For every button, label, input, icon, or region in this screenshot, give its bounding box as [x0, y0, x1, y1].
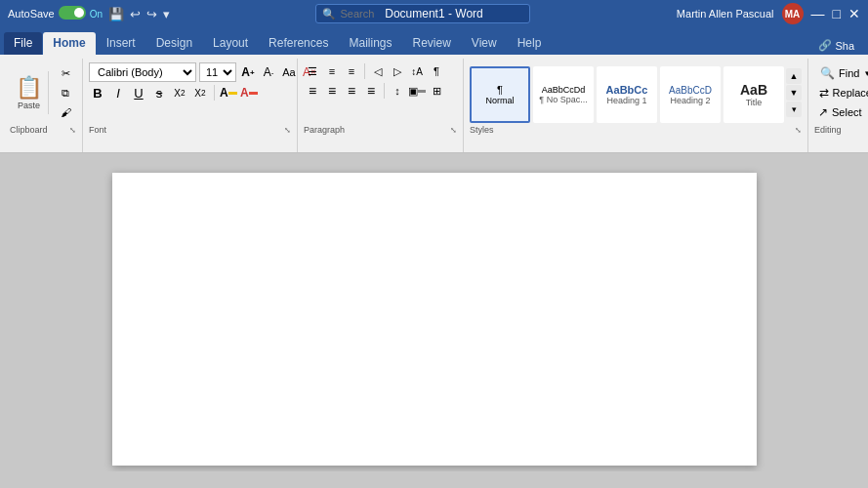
font-size-select[interactable]: 11 89101214 [199, 62, 236, 82]
shading-button[interactable]: ▣ [408, 82, 426, 100]
undo-icon[interactable]: ↩ [130, 7, 141, 21]
doc-title: Document1 - Word [385, 7, 482, 20]
superscript-button[interactable]: X2 [191, 84, 209, 102]
align-left-button[interactable]: ≡ [304, 82, 321, 100]
save-icon[interactable]: 💾 [108, 7, 124, 21]
document-page[interactable] [112, 173, 757, 466]
line-spacing-button[interactable]: ↕ [389, 82, 406, 100]
style-no-spacing[interactable]: AaBbCcDd ¶ No Spac... [533, 66, 594, 123]
group-clipboard: 📋 Paste ✂ ⧉ 🖌 Clipboard ⤡ [4, 59, 83, 152]
customize-icon[interactable]: ▾ [163, 7, 170, 21]
decrease-indent-button[interactable]: ◁ [369, 62, 387, 80]
title-bar-right: Martin Allen Pascual MA — □ ✕ [677, 3, 860, 24]
styles-more[interactable]: ▾ [786, 102, 802, 117]
clipboard-group-label: Clipboard [10, 125, 48, 135]
redo-icon[interactable]: ↪ [146, 7, 157, 21]
paragraph-expand-icon[interactable]: ⤡ [450, 126, 457, 135]
font-grow-button[interactable]: A+ [239, 63, 257, 81]
bullets-button[interactable]: ☰ [304, 62, 321, 80]
multilevel-list-button[interactable]: ≡ [343, 62, 360, 80]
paragraph-group-label: Paragraph [304, 125, 345, 135]
close-icon[interactable]: ✕ [848, 6, 860, 21]
autosave-label: AutoSave [8, 8, 55, 20]
styles-scroll-down[interactable]: ▼ [786, 85, 802, 101]
tab-file[interactable]: File [4, 32, 42, 55]
style-normal[interactable]: ¶ Normal [470, 66, 530, 123]
title-bar-left: AutoSave On 💾 ↩ ↪ ▾ [8, 6, 170, 21]
select-label: Select [832, 106, 862, 118]
tab-design[interactable]: Design [146, 32, 202, 55]
show-formatting-button[interactable]: ¶ [428, 62, 445, 80]
style-heading2[interactable]: AaBbCcD Heading 2 [660, 66, 721, 123]
ribbon: 📋 Paste ✂ ⧉ 🖌 Clipboard ⤡ Calibri (Body)… [0, 55, 868, 153]
sort-button[interactable]: ↕A [408, 62, 426, 80]
tab-home[interactable]: Home [43, 32, 95, 55]
styles-group-label: Styles [470, 125, 494, 135]
minimize-icon[interactable]: — [811, 6, 825, 21]
styles-footer: Styles ⤡ [470, 123, 802, 137]
styles-scroll: ▲ ▼ ▾ [786, 68, 802, 117]
styles-expand-icon[interactable]: ⤡ [795, 126, 802, 135]
tab-references[interactable]: References [259, 32, 338, 55]
find-label: Find [839, 67, 859, 79]
style-title[interactable]: AaB Title [723, 66, 784, 123]
tab-help[interactable]: Help [508, 32, 552, 55]
editing-group-label: Editing [814, 125, 842, 135]
group-paragraph: ☰ ≡ ≡ ◁ ▷ ↕A ¶ ≡ ≡ ≡ ≡ ↕ ▣ ⊞ [298, 59, 464, 152]
change-case-button[interactable]: Aa [280, 63, 298, 81]
clipboard-small-buttons: ✂ ⧉ 🖌 [55, 64, 76, 121]
bold-button[interactable]: B [89, 84, 106, 102]
justify-button[interactable]: ≡ [362, 82, 380, 100]
autosave-toggle[interactable] [59, 6, 86, 21]
styles-scroll-up[interactable]: ▲ [786, 68, 802, 84]
increase-indent-button[interactable]: ▷ [389, 62, 406, 80]
italic-button[interactable]: I [109, 84, 127, 102]
group-editing: 🔍 Find ▾ ⇄ Replace ↗ Select ▾ Editing [808, 59, 868, 152]
tab-insert[interactable]: Insert [97, 32, 145, 55]
tab-view[interactable]: View [462, 32, 507, 55]
group-font: Calibri (Body) 11 89101214 A+ A- Aa A✕ B… [83, 59, 298, 152]
title-bar: AutoSave On 💾 ↩ ↪ ▾ Document1 - Word 🔍 M… [0, 0, 868, 27]
text-highlight-button[interactable]: A [220, 84, 237, 102]
find-icon: 🔍 [820, 66, 835, 80]
paste-icon: 📋 [16, 75, 42, 101]
copy-button[interactable]: ⧉ [55, 84, 76, 102]
para-row1: ☰ ≡ ≡ ◁ ▷ ↕A ¶ [304, 62, 445, 80]
strikethrough-button[interactable]: s [150, 84, 168, 102]
share-button[interactable]: 🔗 Sha [808, 36, 864, 55]
clipboard-expand-icon[interactable]: ⤡ [69, 126, 76, 135]
tab-mailings[interactable]: Mailings [339, 32, 401, 55]
replace-button[interactable]: ⇄ Replace [815, 84, 868, 102]
tab-layout[interactable]: Layout [203, 32, 258, 55]
font-name-select[interactable]: Calibri (Body) [89, 62, 196, 82]
maximize-icon[interactable]: □ [833, 6, 841, 21]
para-row2: ≡ ≡ ≡ ≡ ↕ ▣ ⊞ [304, 82, 445, 100]
borders-button[interactable]: ⊞ [428, 82, 445, 100]
format-painter-button[interactable]: 🖌 [55, 103, 76, 121]
cut-button[interactable]: ✂ [55, 64, 76, 82]
replace-label: Replace [833, 87, 868, 99]
select-button[interactable]: ↗ Select ▾ [814, 103, 868, 121]
document-area[interactable] [0, 153, 868, 471]
paste-button[interactable]: 📋 Paste [10, 71, 49, 114]
user-avatar[interactable]: MA [782, 3, 804, 24]
align-right-button[interactable]: ≡ [343, 82, 360, 100]
search-icon: 🔍 [322, 8, 336, 20]
underline-button[interactable]: U [130, 84, 147, 102]
font-group-label: Font [89, 125, 106, 135]
autosave-area: AutoSave On [8, 6, 103, 21]
align-center-button[interactable]: ≡ [323, 82, 341, 100]
tab-review[interactable]: Review [402, 32, 460, 55]
find-button[interactable]: 🔍 Find ▾ [816, 64, 868, 82]
font-expand-icon[interactable]: ⤡ [284, 126, 291, 135]
font-color-button[interactable]: A [240, 84, 258, 102]
numbering-button[interactable]: ≡ [323, 62, 341, 80]
font-shrink-button[interactable]: A- [260, 63, 277, 81]
autosave-state: On [90, 9, 103, 20]
select-icon: ↗ [818, 105, 828, 119]
subscript-button[interactable]: X2 [171, 84, 188, 102]
font-footer: Font ⤡ [89, 123, 291, 137]
paragraph-footer: Paragraph ⤡ [304, 123, 457, 137]
user-name: Martin Allen Pascual [677, 8, 774, 20]
style-heading1[interactable]: AaBbCc Heading 1 [597, 66, 657, 123]
